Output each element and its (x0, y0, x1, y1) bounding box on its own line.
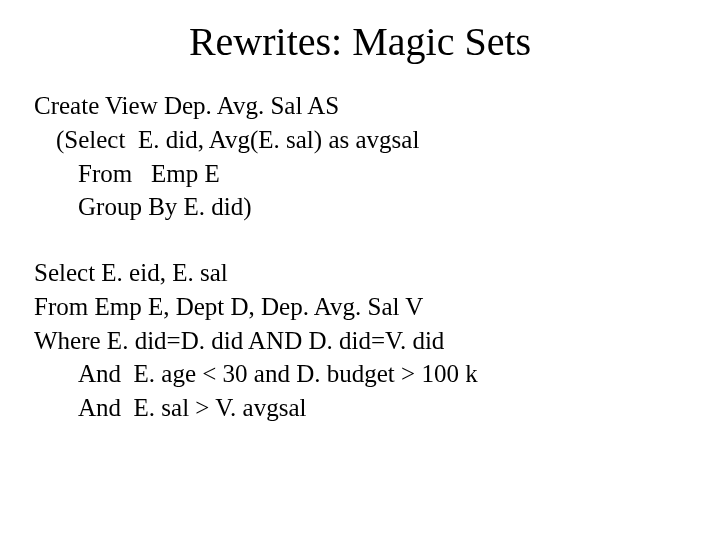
code-line: From Emp E (34, 157, 686, 191)
view-definition-block: Create View Dep. Avg. Sal AS (Select E. … (34, 89, 686, 224)
code-line: Group By E. did) (34, 190, 686, 224)
slide: Rewrites: Magic Sets Create View Dep. Av… (0, 0, 720, 540)
code-line: Where E. did=D. did AND D. did=V. did (34, 324, 686, 358)
code-line: And E. age < 30 and D. budget > 100 k (34, 357, 686, 391)
code-line: Select E. eid, E. sal (34, 256, 686, 290)
slide-title: Rewrites: Magic Sets (34, 18, 686, 65)
code-line: Create View Dep. Avg. Sal AS (34, 89, 686, 123)
code-line: From Emp E, Dept D, Dep. Avg. Sal V (34, 290, 686, 324)
code-line: And E. sal > V. avgsal (34, 391, 686, 425)
query-block: Select E. eid, E. sal From Emp E, Dept D… (34, 256, 686, 425)
code-line: (Select E. did, Avg(E. sal) as avgsal (34, 123, 686, 157)
